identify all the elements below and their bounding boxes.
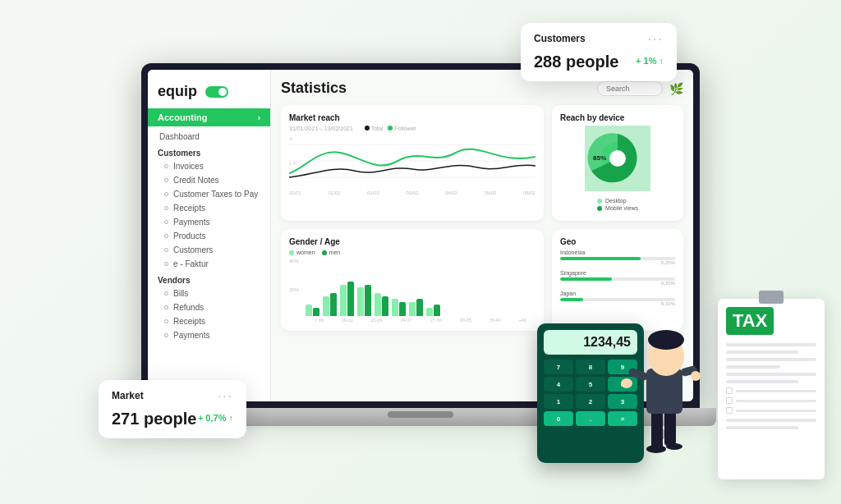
svg-point-16 [621, 378, 632, 388]
sidebar-item-dashboard[interactable]: Dashboard [148, 130, 270, 144]
geo-item-singapore: Singapore 0,25% [560, 270, 675, 286]
calc-btn-1[interactable]: 1 [544, 394, 573, 409]
pie-legend: Desktop Mobile views [597, 198, 638, 213]
accounting-label: Accounting [158, 112, 208, 122]
sidebar-item-receipts-c[interactable]: Receipts [148, 201, 270, 215]
sidebar-item-payments-v[interactable]: Payments [148, 328, 270, 342]
wave-chart: 3 1,6 [289, 136, 535, 186]
bar-x-labels: < 1818-2121-2424-2727-3030-3535-40+40 [289, 318, 535, 323]
sidebar-item-efaktur[interactable]: e - Faktur [148, 257, 270, 271]
svg-point-13 [648, 330, 684, 350]
customers-card-value: 288 people [534, 53, 618, 71]
dot-icon [164, 234, 168, 238]
gender-age-card: Gender / Age women men [281, 229, 544, 331]
customers-card-title: Customers [534, 33, 664, 44]
notification-icon[interactable]: 🌿 [669, 82, 683, 95]
sidebar-item-customers[interactable]: Customers [148, 243, 270, 257]
dashboard-label: Dashboard [159, 132, 200, 141]
market-card-value: 271 people [112, 410, 196, 428]
scene: ··· Customers 288 people + 1% ↑ equip A [0, 0, 841, 504]
sidebar-customers-section: Customers [148, 144, 270, 159]
calc-btn-8[interactable]: 8 [576, 360, 605, 374]
svg-point-5 [609, 150, 626, 167]
logo-area: equip [148, 80, 270, 108]
customers-card-change: + 1% ↑ [636, 56, 664, 66]
dot-icon [164, 192, 168, 196]
gender-legend: women men [289, 250, 535, 255]
gender-age-title: Gender / Age [289, 237, 535, 246]
accounting-tab[interactable]: Accounting › [148, 108, 270, 126]
main-header: Statistics 🌿 [281, 80, 683, 97]
market-reach-card: Market reach 31/01/2021 – 13/02/2021 Tot… [281, 105, 544, 221]
market-reach-title: Market reach [289, 113, 535, 122]
tax-clipboard: TAX [718, 299, 825, 479]
customers-card-dots[interactable]: ··· [648, 33, 664, 46]
geo-item-indonesia: Indonesia 0,25% [560, 250, 675, 265]
geo-title: Geo [560, 237, 675, 246]
sidebar-item-receipts-v[interactable]: Receipts [148, 314, 270, 328]
market-card-title: Market [112, 390, 233, 401]
svg-rect-10 [664, 410, 676, 446]
search-input[interactable] [597, 81, 663, 96]
sidebar-vendors-section: Vendors [148, 271, 270, 286]
reach-device-card: Reach by device [552, 105, 683, 221]
calc-btn-0[interactable]: 0 [544, 411, 573, 426]
dot-icon [164, 220, 168, 224]
sidebar-item-payments-c[interactable]: Payments [148, 215, 270, 229]
bar-chart [289, 259, 535, 316]
dot-icon [164, 319, 168, 323]
sidebar-item-invoices[interactable]: Invoices [148, 159, 270, 173]
clipboard-lines [726, 343, 816, 429]
calc-btn-4[interactable]: 4 [544, 377, 573, 392]
dot-icon [164, 248, 168, 252]
reach-pct: 85% [593, 154, 606, 162]
calc-btn-dot[interactable]: . [576, 411, 605, 426]
reach-device-title: Reach by device [560, 113, 675, 122]
logo-text: equip [158, 83, 197, 100]
dot-icon [164, 262, 168, 266]
svg-rect-9 [651, 410, 663, 449]
sidebar-item-products[interactable]: Products [148, 229, 270, 243]
dot-icon [164, 164, 168, 168]
dot-icon [164, 333, 168, 337]
sidebar-item-credit-notes[interactable]: Credit Notes [148, 173, 270, 187]
market-reach-subtitle: 31/01/2021 – 13/02/2021 Total Follower [289, 126, 535, 131]
header-right: 🌿 [597, 81, 683, 96]
tax-badge: TAX [726, 307, 774, 335]
sidebar-item-refunds[interactable]: Refunds [148, 300, 270, 314]
clipboard-clip [759, 291, 784, 304]
charts-row-1: Market reach 31/01/2021 – 13/02/2021 Tot… [281, 105, 683, 221]
sidebar: equip Accounting › Dashboard Customers I… [148, 70, 271, 401]
market-card: ··· Market 271 people + 0,7% ↑ [99, 380, 246, 438]
calc-btn-2[interactable]: 2 [576, 394, 605, 409]
dot-icon [164, 305, 168, 309]
sidebar-item-bills[interactable]: Bills [148, 286, 270, 300]
character-illustration [615, 295, 714, 459]
sidebar-item-customer-taxes[interactable]: Customer Taxes to Pay [148, 187, 270, 201]
page-title: Statistics [281, 80, 347, 97]
dot-icon [164, 291, 168, 296]
dot-icon [164, 178, 168, 182]
pie-area: 85% Desktop Mobile views [560, 126, 675, 213]
chevron-right-icon: › [258, 113, 260, 122]
x-axis-labels: 31/0101/0202/0203/0204/0205/0206/02 [289, 190, 535, 195]
market-card-dots[interactable]: ··· [218, 390, 233, 403]
svg-rect-14 [627, 367, 649, 382]
calc-btn-7[interactable]: 7 [544, 360, 573, 374]
calc-btn-5[interactable]: 5 [576, 377, 605, 392]
market-card-change: + 0,7% ↑ [198, 413, 233, 423]
clipboard-board: TAX [718, 299, 825, 479]
toggle-switch[interactable] [205, 86, 228, 98]
svg-point-17 [691, 371, 701, 381]
customers-card: ··· Customers 288 people + 1% ↑ [521, 23, 677, 81]
dot-icon [164, 206, 168, 210]
